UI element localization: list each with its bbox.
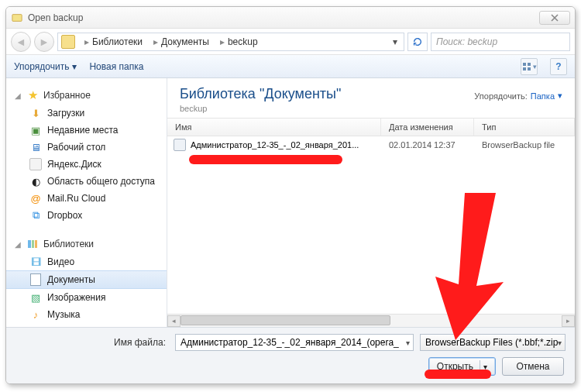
mailru-cloud-icon: @ — [29, 192, 42, 205]
star-icon: ★ — [26, 89, 39, 101]
music-library-icon: ♪ — [29, 308, 42, 321]
breadcrumb-segment[interactable]: ▸Библиотеки — [80, 34, 147, 50]
libraries-icon — [26, 238, 39, 250]
file-type: BrowserBackup file — [474, 140, 575, 150]
close-icon — [550, 14, 559, 22]
column-header-type[interactable]: Тип — [474, 119, 575, 136]
column-header-name[interactable]: Имя — [167, 119, 381, 136]
file-list-pane: Библиотека "Документы" beckup Упорядочит… — [167, 78, 575, 327]
chevron-down-icon: ▾ — [558, 91, 562, 101]
nav-back-button[interactable]: ◄ — [11, 32, 31, 52]
address-dropdown[interactable]: ▾ — [390, 36, 401, 47]
nav-forward-button[interactable]: ► — [34, 32, 54, 52]
open-file-dialog: Open backup ◄ ► ▸Библиотеки ▸Документы ▸… — [5, 6, 576, 384]
file-type-filter[interactable]: BrowserBackup Files (*.bbf;*.zip ▾ — [420, 334, 566, 351]
new-folder-button[interactable]: Новая папка — [89, 61, 143, 72]
sidebar-item-label: Рабочий стол — [47, 142, 105, 153]
chevron-down-icon[interactable]: ▾ — [406, 339, 410, 347]
close-button[interactable] — [539, 11, 570, 25]
cancel-button[interactable]: Отмена — [502, 357, 564, 376]
view-options-button[interactable]: ▾ — [521, 58, 538, 75]
desktop-icon: 🖥 — [29, 141, 42, 153]
breadcrumb-segment[interactable]: ▸beckup — [215, 34, 263, 50]
svg-rect-0 — [12, 14, 22, 21]
file-name: Администратор_12-35_-_02_января_201... — [191, 140, 359, 150]
column-header-modified[interactable]: Дата изменения — [381, 119, 474, 136]
sidebar-item-downloads[interactable]: ⬇Загрузки — [6, 105, 167, 122]
chevron-right-icon: ▸ — [84, 36, 89, 47]
sidebar-group-favorites[interactable]: ◢ ★ Избранное — [6, 86, 167, 105]
chevron-right-icon: ▸ — [220, 36, 225, 47]
library-header: Библиотека "Документы" beckup Упорядочит… — [167, 78, 575, 118]
sidebar-group-label: Избранное — [43, 90, 91, 101]
scrollbar-track[interactable] — [180, 315, 562, 327]
chevron-down-icon: ▾ — [72, 61, 77, 72]
sort-value: Папка — [531, 91, 555, 101]
sidebar-item-music[interactable]: ♪Музыка — [6, 306, 167, 323]
sidebar-item-label: Изображения — [47, 292, 105, 303]
sidebar-item-recent[interactable]: ▣Недавние места — [6, 122, 167, 139]
file-modified: 02.01.2014 12:37 — [381, 140, 474, 150]
sidebar-item-label: Яндекс.Диск — [47, 159, 101, 170]
svg-rect-7 — [35, 240, 37, 248]
sidebar-item-shared[interactable]: ◐Область общего доступа — [6, 173, 167, 190]
refresh-button[interactable] — [407, 33, 428, 51]
yandex-disk-icon — [29, 158, 42, 170]
horizontal-scrollbar[interactable]: ◂ ▸ — [167, 314, 575, 327]
toolbar: Упорядочить ▾ Новая папка ▾ ? — [6, 55, 575, 78]
svg-rect-6 — [32, 240, 34, 248]
svg-rect-5 — [28, 240, 31, 248]
address-bar[interactable]: ▸Библиотеки ▸Документы ▸beckup ▾ — [57, 33, 404, 51]
scroll-left-button[interactable]: ◂ — [167, 315, 180, 327]
sort-by[interactable]: Упорядочить: Папка ▾ — [474, 91, 562, 101]
dropbox-icon: ⧉ — [29, 209, 42, 222]
dialog-body: ◢ ★ Избранное ⬇Загрузки ▣Недавние места … — [6, 78, 575, 327]
shared-area-icon: ◐ — [29, 175, 42, 187]
disclosure-icon: ◢ — [14, 91, 22, 100]
search-input[interactable]: Поиск: beckup — [431, 33, 570, 51]
recent-places-icon: ▣ — [29, 124, 42, 136]
documents-library-icon — [29, 273, 42, 286]
disclosure-icon: ◢ — [14, 240, 22, 249]
organize-menu[interactable]: Упорядочить ▾ — [14, 61, 77, 72]
sidebar-group-libraries[interactable]: ◢ Библиотеки — [6, 235, 167, 253]
sidebar-item-label: Область общего доступа — [47, 176, 155, 187]
chevron-right-icon: ▸ — [153, 36, 158, 47]
sidebar-item-label: Видео — [47, 256, 74, 267]
titlebar: Open backup — [6, 7, 575, 29]
refresh-icon — [412, 36, 423, 47]
annotation-highlight — [425, 370, 491, 379]
sidebar-item-documents[interactable]: Документы — [6, 270, 167, 289]
sidebar-item-yandex-disk[interactable]: Яндекс.Диск — [6, 156, 167, 173]
filter-value: BrowserBackup Files (*.bbf;*.zip — [425, 337, 558, 348]
sidebar: ◢ ★ Избранное ⬇Загрузки ▣Недавние места … — [6, 78, 167, 327]
svg-rect-4 — [528, 67, 531, 70]
filename-input[interactable]: Администратор_12-35_-_02_января_2014_(op… — [175, 334, 414, 351]
file-icon — [174, 139, 186, 151]
sidebar-item-dropbox[interactable]: ⧉Dropbox — [6, 207, 167, 224]
sidebar-item-pictures[interactable]: ▧Изображения — [6, 289, 167, 306]
search-placeholder: Поиск: beckup — [436, 36, 497, 47]
sidebar-item-mailru[interactable]: @Mail.Ru Cloud — [6, 190, 167, 207]
svg-rect-2 — [528, 63, 531, 66]
breadcrumb-segment[interactable]: ▸Документы — [149, 34, 214, 50]
sidebar-group-label: Библиотеки — [43, 239, 94, 249]
file-row[interactable]: Администратор_12-35_-_02_января_201... 0… — [167, 136, 575, 153]
sort-label: Упорядочить: — [474, 91, 528, 101]
sidebar-item-label: Загрузки — [47, 108, 84, 119]
sidebar-item-desktop[interactable]: 🖥Рабочий стол — [6, 139, 167, 156]
app-icon — [11, 12, 23, 24]
pictures-library-icon: ▧ — [29, 291, 42, 304]
help-icon: ? — [555, 61, 561, 72]
chevron-down-icon[interactable]: ▾ — [558, 339, 562, 347]
scroll-right-button[interactable]: ▸ — [562, 315, 575, 327]
scrollbar-thumb[interactable] — [180, 315, 390, 325]
view-icon — [522, 62, 531, 71]
help-button[interactable]: ? — [550, 58, 567, 75]
sidebar-item-label: Документы — [47, 274, 95, 285]
sidebar-item-label: Недавние места — [47, 125, 118, 136]
folder-icon — [61, 35, 75, 49]
sidebar-item-video[interactable]: 🎞Видео — [6, 253, 167, 270]
column-headers: Имя Дата изменения Тип — [167, 118, 575, 136]
library-subtitle: beckup — [180, 104, 341, 113]
